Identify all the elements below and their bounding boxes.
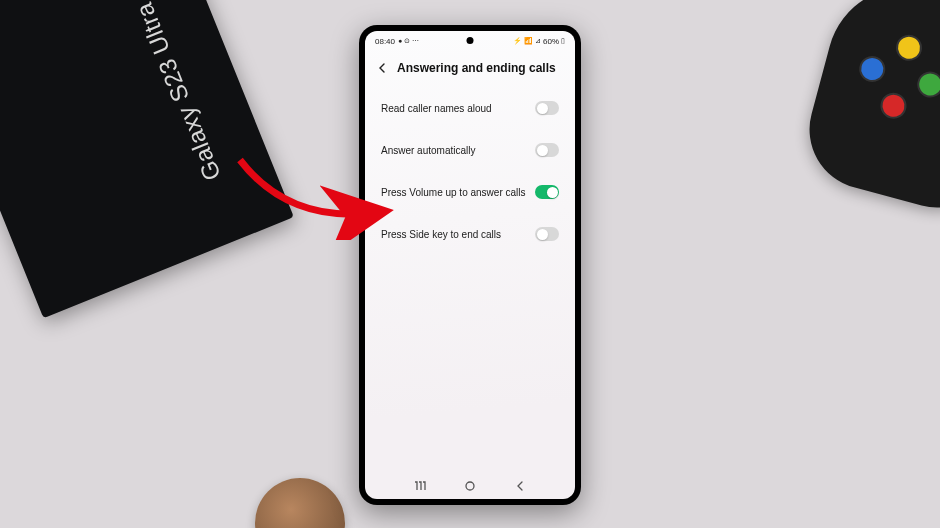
status-right-icons: ⚡ 📶 ⊿ [513, 37, 541, 45]
status-time: 08:40 [375, 37, 395, 46]
toggle-answer-automatically[interactable] [535, 143, 559, 157]
box-product-name: Galaxy S23 Ultra [130, 0, 227, 185]
setting-label: Press Volume up to answer calls [381, 187, 535, 198]
controller-x-button [856, 53, 888, 85]
wooden-knob [255, 478, 345, 528]
nav-bar [365, 473, 575, 499]
toggle-read-caller-names[interactable] [535, 101, 559, 115]
setting-volume-up-answer[interactable]: Press Volume up to answer calls [367, 171, 573, 213]
status-left-icons: ● ⊙ ⋯ [398, 37, 419, 45]
setting-label: Press Side key to end calls [381, 229, 535, 240]
toggle-volume-up-answer[interactable] [535, 185, 559, 199]
settings-list: Read caller names aloud Answer automatic… [365, 87, 575, 255]
status-battery-pct: 60% [543, 37, 559, 46]
page-title: Answering and ending calls [397, 61, 556, 75]
back-icon[interactable] [377, 63, 387, 73]
nav-recents-button[interactable] [413, 479, 427, 493]
battery-icon: ▯ [561, 37, 565, 45]
setting-read-caller-names[interactable]: Read caller names aloud [367, 87, 573, 129]
camera-hole [467, 37, 474, 44]
galaxy-box: Galaxy S23 Ultra [0, 0, 294, 318]
phone-device: 08:40 ● ⊙ ⋯ ⚡ 📶 ⊿ 60% ▯ Answering and en… [359, 25, 581, 505]
controller-y-button [893, 32, 925, 64]
svg-point-0 [466, 482, 474, 490]
nav-back-button[interactable] [513, 479, 527, 493]
setting-answer-automatically[interactable]: Answer automatically [367, 129, 573, 171]
setting-label: Read caller names aloud [381, 103, 535, 114]
game-controller [796, 0, 940, 221]
nav-home-button[interactable] [463, 479, 477, 493]
setting-side-key-end[interactable]: Press Side key to end calls [367, 213, 573, 255]
toggle-side-key-end[interactable] [535, 227, 559, 241]
setting-label: Answer automatically [381, 145, 535, 156]
phone-screen: 08:40 ● ⊙ ⋯ ⚡ 📶 ⊿ 60% ▯ Answering and en… [365, 31, 575, 499]
controller-a-button [914, 69, 940, 101]
controller-b-button [878, 90, 910, 122]
page-header: Answering and ending calls [365, 51, 575, 87]
